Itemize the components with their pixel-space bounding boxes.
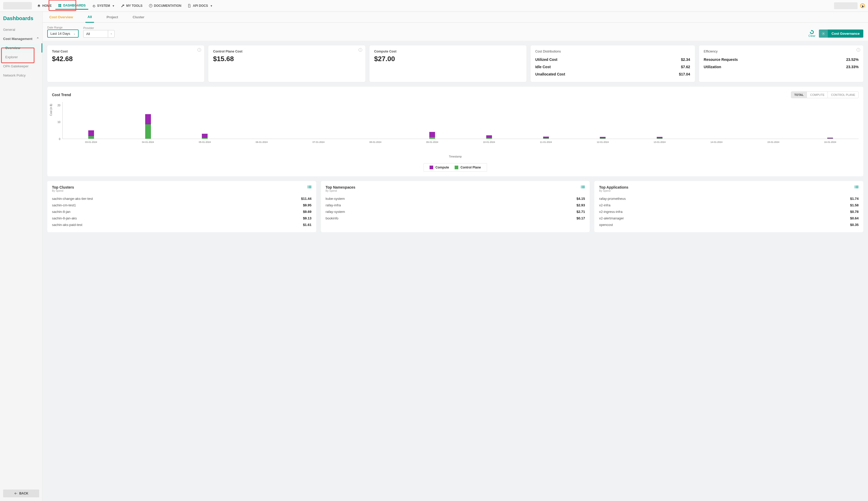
list-row[interactable]: sachin-8-jan$9.69	[52, 209, 312, 215]
swatch-cp-icon	[455, 166, 458, 169]
by-spend-label: By Spend	[599, 189, 628, 192]
list-row[interactable]: rafay-prometheus$1.74	[599, 195, 859, 202]
list-icon[interactable]	[855, 185, 859, 189]
svg-rect-1	[60, 4, 61, 5]
list-row[interactable]: rafay-system$2.71	[326, 209, 585, 215]
seg-total[interactable]: TOTAL	[791, 92, 807, 98]
list-item-name: v2-infra	[599, 203, 610, 207]
seg-control-plane[interactable]: CONTROL PLANE	[828, 92, 858, 98]
list-row[interactable]: sachin-cm-test1$9.95	[52, 202, 312, 209]
seg-compute[interactable]: COMPUTE	[807, 92, 828, 98]
topbar-right: ?	[834, 2, 865, 9]
list-row[interactable]: sachin-8-jan-aks$9.13	[52, 215, 312, 222]
bar-compute	[429, 132, 435, 137]
list-item-name: sachin-aks-paid-test	[52, 223, 82, 227]
list-item-value: $9.95	[303, 203, 312, 207]
x-tick: 07-01-2024	[313, 141, 325, 143]
svg-rect-19	[581, 188, 582, 188]
nav-home[interactable]: HOME	[34, 2, 54, 9]
bar-control-plane	[202, 138, 208, 139]
list-item-value: $9.13	[303, 216, 312, 220]
account-block[interactable]	[834, 2, 858, 9]
info-icon[interactable]: i	[359, 48, 362, 52]
chart-title: Cost Trend	[52, 93, 71, 97]
x-tick: 05-01-2024	[199, 141, 211, 143]
back-button[interactable]: BACK	[3, 490, 39, 497]
kv-resource-req: Resource Requests23.52%	[704, 56, 859, 63]
clear-button[interactable]: Clear	[809, 30, 815, 38]
list-row[interactable]: bookinfo$0.17	[326, 215, 585, 222]
tab-cluster[interactable]: Cluster	[131, 12, 147, 22]
svg-rect-2	[58, 6, 60, 7]
by-spend-label: By Spend	[52, 189, 74, 192]
chevron-down-icon: ⌄	[108, 30, 115, 38]
chart-area: Cost (in $) 01020 03-01-202404-01-202405…	[52, 102, 859, 146]
bar-control-plane	[827, 138, 833, 139]
x-tick: 16-01-2024	[824, 141, 836, 143]
list-row[interactable]: v2-ingress-infra$0.78	[599, 209, 859, 215]
nav-home-label: HOME	[42, 4, 52, 8]
bar-group	[827, 138, 833, 139]
nav-api-docs[interactable]: API DOCS ▼	[185, 2, 215, 9]
svg-rect-17	[581, 187, 582, 187]
total-cost-value: $42.68	[52, 55, 199, 63]
provider-dropdown[interactable]: All ⌄	[83, 30, 115, 38]
list-item-name: opencost	[599, 223, 613, 227]
list-row[interactable]: opencost$0.35	[599, 222, 859, 228]
sidebar-item-explorer[interactable]: Explorer	[0, 53, 42, 62]
svg-rect-10	[308, 186, 311, 186]
tab-project[interactable]: Project	[105, 12, 120, 22]
nav-api-docs-label: API DOCS	[193, 4, 208, 8]
list-icon[interactable]	[581, 185, 585, 189]
sidebar-item-overview[interactable]: Overview	[0, 43, 42, 53]
info-icon[interactable]: i	[857, 48, 860, 52]
list-icon[interactable]	[307, 185, 312, 189]
tab-cost-overview[interactable]: Cost Overview	[47, 12, 75, 22]
list-row[interactable]: rafay-infra$2.93	[326, 202, 585, 209]
top-namespaces-title: Top Namespaces	[326, 185, 355, 189]
nav-my-tools-label: MY TOOLS	[126, 4, 142, 8]
sidebar-item-general[interactable]: General	[0, 25, 42, 34]
date-range-filter: Date Range Last 14 Days ⌄	[47, 26, 79, 38]
svg-rect-13	[307, 188, 308, 188]
list-row[interactable]: v2-infra$1.58	[599, 202, 859, 209]
cost-trend-chart: Cost Trend TOTAL COMPUTE CONTROL PLANE C…	[47, 87, 863, 176]
refresh-icon	[810, 30, 814, 34]
bar-compute	[145, 114, 151, 124]
filter-actions: Clear Cost Governance	[809, 30, 863, 38]
bar-group	[543, 137, 549, 139]
bar-group	[88, 130, 94, 139]
kv-utilization: Utilization23.33%	[704, 63, 859, 71]
nav-system[interactable]: SYSTEM ▼	[89, 2, 117, 9]
list-item-name: sachin-8-jan-aks	[52, 216, 77, 220]
bar-control-plane	[145, 124, 151, 139]
nav-documentation-label: DOCUMENTATION	[154, 4, 182, 8]
bar-control-plane	[657, 138, 662, 139]
provider-label: Provider	[83, 26, 115, 30]
card-compute: Compute Cost $27.00	[369, 45, 527, 82]
svg-rect-21	[855, 186, 856, 186]
list-row[interactable]: sachin-change-aks-tier-test$11.44	[52, 195, 312, 202]
sidebar-item-network-policy[interactable]: Network Policy	[0, 71, 42, 80]
home-icon	[37, 4, 41, 8]
provider-value: All	[83, 30, 108, 38]
svg-rect-9	[307, 186, 308, 186]
x-tick: 10-01-2024	[483, 141, 495, 143]
svg-rect-24	[856, 187, 858, 187]
cost-governance-button[interactable]: Cost Governance	[819, 30, 863, 38]
sidebar-item-cost-management[interactable]: Cost Management ⌃	[0, 34, 42, 43]
info-icon[interactable]: i	[197, 48, 201, 52]
list-item-value: $4.15	[577, 197, 585, 201]
compute-value: $27.00	[374, 55, 522, 63]
top-lists: Top Clusters By Spend sachin-change-aks-…	[47, 181, 863, 232]
kv-utilized: Utilized Cost$2.34	[535, 56, 690, 63]
list-row[interactable]: v2-alertmanager$0.64	[599, 215, 859, 222]
nav-my-tools[interactable]: MY TOOLS	[118, 2, 145, 9]
list-row[interactable]: kube-system$4.15	[326, 195, 585, 202]
nav-dashboards[interactable]: DASHBOARDS	[55, 2, 88, 10]
date-range-dropdown[interactable]: Last 14 Days ⌄	[47, 30, 79, 38]
sidebar-item-opa[interactable]: OPA Gatekeeper	[0, 62, 42, 71]
tab-all[interactable]: All	[85, 12, 94, 23]
list-row[interactable]: sachin-aks-paid-test$1.61	[52, 222, 312, 228]
nav-documentation[interactable]: ? DOCUMENTATION	[146, 2, 184, 9]
